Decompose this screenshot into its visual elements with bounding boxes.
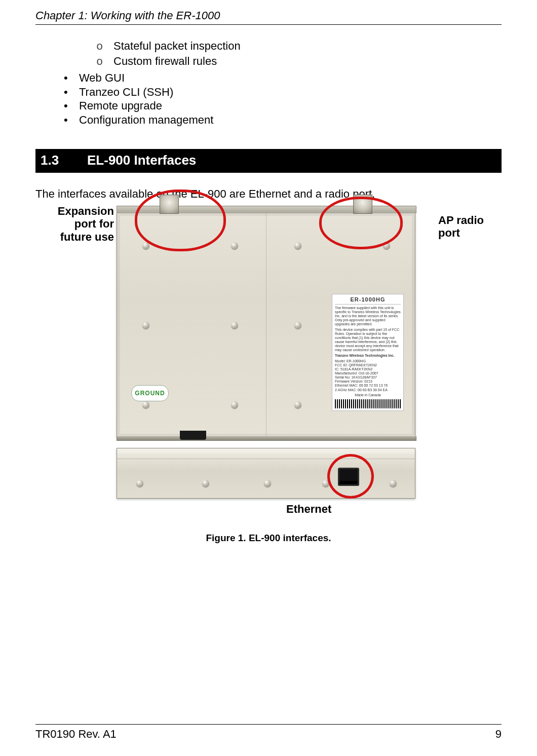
spec-made-in: Made in Canada	[335, 393, 401, 397]
bottom-port-icon	[180, 431, 206, 440]
rf-connector-icon	[353, 195, 372, 214]
spec-line: Ethernet MAC: 00 00 72 03 13 76	[335, 384, 401, 388]
spec-title: ER-1000HG	[335, 296, 401, 305]
callout-text: port for	[74, 217, 114, 230]
screw-icon	[294, 322, 301, 329]
device-side-view	[117, 448, 415, 499]
spec-line: FCC ID: QRFRAEKT2KN2	[335, 363, 401, 367]
list-item: Custom firewall rules	[96, 54, 502, 69]
screw-icon	[142, 401, 149, 408]
nested-list: Stateful packet inspection Custom firewa…	[35, 39, 502, 69]
list-item: Configuration management	[64, 113, 502, 127]
screw-icon	[322, 480, 329, 487]
list-item: Tranzeo CLI (SSH)	[64, 85, 502, 99]
callout-expansion-port: Expansion port for future use	[33, 205, 114, 243]
feature-list: Web GUI Tranzeo CLI (SSH) Remote upgrade…	[35, 71, 502, 127]
page-footer: TR0190 Rev. A1 9	[35, 724, 502, 741]
screw-icon	[142, 242, 149, 249]
device-top-view: GROUND ER-1000HG The firmware supplied w…	[117, 212, 415, 437]
screw-icon	[264, 480, 271, 487]
screw-icon	[383, 242, 390, 249]
section-title: EL-900 Interfaces	[87, 152, 196, 169]
screw-icon	[231, 322, 238, 329]
screw-icon	[202, 480, 209, 487]
callout-text: future use	[60, 231, 114, 243]
screw-icon	[294, 401, 301, 408]
callout-ap-radio-port: AP radio port	[438, 214, 504, 240]
barcode-icon	[335, 399, 401, 408]
callout-text: Expansion	[58, 205, 114, 217]
enclosure-seam	[266, 213, 266, 437]
section-intro: The interfaces available on the EL-900 a…	[35, 187, 502, 201]
doc-revision: TR0190 Rev. A1	[35, 728, 117, 741]
figure-caption: Figure 1. EL-900 interfaces.	[35, 532, 502, 544]
spec-line: Model: ER-1000HG	[335, 359, 401, 363]
header-rule	[35, 24, 502, 25]
callout-ethernet: Ethernet	[286, 503, 331, 515]
spec-sticker: ER-1000HG The firmware supplied with thi…	[332, 294, 404, 411]
rf-connector-icon	[160, 195, 179, 214]
ethernet-port-icon	[338, 468, 359, 486]
device-bottom-edge	[117, 436, 416, 441]
spec-line: Manufactured: Oct-16-2007	[335, 371, 401, 375]
spec-line: IC: 5181A-RAEKT2KN2	[335, 367, 401, 371]
section-header: 1.3 EL-900 Interfaces	[35, 149, 502, 173]
section-number: 1.3	[41, 152, 87, 169]
spec-company: Tranzeo Wireless Technologies Inc.	[335, 354, 401, 358]
footer-rule	[35, 724, 502, 725]
page-number: 9	[495, 728, 502, 741]
running-header: Chapter 1: Working with the ER-1000	[35, 9, 502, 22]
spec-text: This device complies with part 15 of FCC…	[335, 328, 401, 352]
ground-label: GROUND	[131, 385, 169, 401]
spec-line: Firmware Version: 0213	[335, 380, 401, 384]
list-item: Remote upgrade	[64, 99, 502, 113]
list-item: Stateful packet inspection	[96, 39, 502, 54]
figure: Expansion port for future use AP radio p…	[35, 205, 502, 524]
list-item: Web GUI	[64, 71, 502, 85]
screw-icon	[142, 322, 149, 329]
screw-icon	[231, 242, 238, 249]
screw-icon	[294, 242, 301, 249]
screw-icon	[390, 480, 397, 487]
spec-text: The firmware supplied with this unit is …	[335, 306, 401, 326]
callout-text: port	[438, 226, 460, 239]
callout-text: AP radio	[438, 214, 484, 226]
screw-icon	[136, 480, 143, 487]
screw-icon	[231, 401, 238, 408]
spec-line: 2.4GHz MAC: 00 60 B3 38 04 EA	[335, 388, 401, 392]
spec-line: Serial No: 1K41G28AF337	[335, 375, 401, 380]
